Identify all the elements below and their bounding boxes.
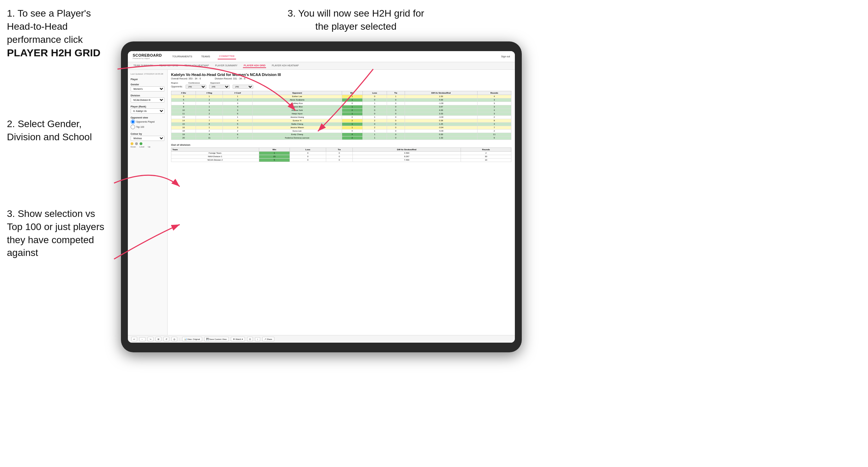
opponents-opp-select[interactable]: (All) <box>233 85 253 89</box>
toolbar-back[interactable]: ← <box>139 337 145 341</box>
tablet-device: SCOREBOARD Powered by clippd TOURNAMENTS… <box>121 41 522 352</box>
col-win2: Win <box>259 147 290 151</box>
table-row: 20 11 7 Federica Domecq Lacroze 2 1 0 1.… <box>171 136 511 140</box>
colour-by-select[interactable]: Win/loss <box>131 136 164 141</box>
logo: SCOREBOARD Powered by clippd <box>133 53 162 60</box>
dot-level <box>135 142 138 145</box>
table-row: Foreign Team 1 0 0 4.500 2 <box>171 151 511 155</box>
dot-up <box>140 142 142 145</box>
nav-bar: SCOREBOARD Powered by clippd TOURNAMENTS… <box>128 51 515 62</box>
conference-filter: Conference <box>188 82 200 84</box>
sub-nav-team-h2h-heatmap[interactable]: TEAM H2H HEATMAP <box>184 64 210 68</box>
col-diff: Diff Av Strokes/Rnd <box>405 91 477 95</box>
toolbar-download[interactable]: ⊡ <box>247 337 253 341</box>
table-row: 3 1 1 Esther Lee 1 0 1 1.50 4 <box>171 95 511 98</box>
right-panel: Katelyn Vo Head-to-Head Grid for Women's… <box>168 70 515 335</box>
sub-nav-team-h2h-grid[interactable]: TEAM H2H GRID <box>159 64 179 68</box>
nav-tournaments[interactable]: TOURNAMENTS <box>171 54 194 59</box>
nav-teams[interactable]: TEAMS <box>200 54 211 59</box>
opponent-filter: Opponent <box>210 82 220 84</box>
main-content: Last Updated: 27/03/2024 16:55:38 Player… <box>128 70 515 335</box>
col-conf: # Conf <box>223 91 253 95</box>
table-row: 14 7 4 Eunice Yi 2 2 0 0.38 9 <box>171 119 511 122</box>
toolbar-grid[interactable]: ⊞ <box>155 337 161 341</box>
grid-records: Overall Record: 353 - 34 - 6 Division Re… <box>171 77 511 80</box>
col-div: # Div <box>171 91 196 95</box>
toolbar-redo[interactable]: ↪ <box>148 337 153 341</box>
radio-top100[interactable]: Top 100 <box>131 125 164 129</box>
player-rank-section: Player (Rank) 8. Katelyn Vo <box>131 105 164 114</box>
col-win: Win <box>342 91 362 95</box>
filter-row: Region Conference Opponent Opponents: ( <box>171 82 511 89</box>
opponents-region-select[interactable]: (All) <box>186 85 206 89</box>
table-row: 15 8 5 Stella Cheng 1 0 0 1.25 4 <box>171 122 511 126</box>
nav-committee[interactable]: COMMITTEE <box>218 54 236 59</box>
tablet-screen: SCOREBOARD Powered by clippd TOURNAMENTS… <box>128 51 515 343</box>
player-section: Player <box>131 78 164 80</box>
col-reg: # Reg <box>196 91 223 95</box>
colour-by-label: Colour by <box>131 133 164 135</box>
h2h-table: # Div # Reg # Conf Opponent Win Loss Tie… <box>171 91 511 140</box>
col-loss2: Loss <box>290 147 326 151</box>
col-tie: Tie <box>387 91 405 95</box>
sub-nav-player-h2h-grid[interactable]: PLAYER H2H GRID <box>243 64 266 68</box>
sub-nav-team-summary[interactable]: TEAM SUMMARY <box>133 64 154 68</box>
instruction-step3-top: 3. You will now see H2H grid for the pla… <box>283 7 428 33</box>
table-row: 19 4 6 Emily Chang 4 1 0 0.30 11 <box>171 133 511 136</box>
instruction-step1: 1. To see a Player's Head-to-Head perfor… <box>7 7 117 60</box>
gender-section: Gender Women's <box>131 83 164 92</box>
colour-labels: Down Level Up <box>131 146 164 148</box>
left-panel: Last Updated: 27/03/2024 16:55:38 Player… <box>128 70 168 335</box>
toolbar-save-view[interactable]: 💾 Save Custom View <box>204 337 229 341</box>
toolbar-share[interactable]: ↗ Share <box>262 337 274 341</box>
table-row: 16 1 3 Jessica Mason 1 2 0 -0.94 7 <box>171 126 511 129</box>
toolbar-refresh[interactable]: ↺ <box>163 337 169 341</box>
out-of-division-table: Team Win Loss Tie Diff Av Strokes/Rnd Ro… <box>171 147 511 162</box>
table-row: NAIA Division 1 15 0 0 9.267 30 <box>171 155 511 158</box>
sub-nav-player-h2h-heatmap[interactable]: PLAYER H2H HEATMAP <box>271 64 299 68</box>
sub-nav-player-summary[interactable]: PLAYER SUMMARY <box>215 64 238 68</box>
gender-select[interactable]: Women's <box>131 86 164 92</box>
sub-nav: TEAM SUMMARY TEAM H2H GRID TEAM H2H HEAT… <box>128 62 515 70</box>
radio-opponents-played[interactable]: Opponents Played <box>131 120 164 124</box>
toolbar-watch[interactable]: 👁 Watch ▾ <box>231 337 245 341</box>
col-tie2: Tie <box>326 147 352 151</box>
opponent-view-section: Opponent view Opponents Played Top 100 <box>131 116 164 129</box>
player-label: Player <box>131 78 164 80</box>
colour-dots <box>131 142 164 145</box>
table-row: 6 3 3 Sydney Kuo 0 1 0 -1.00 3 <box>171 102 511 105</box>
instruction-step2: 2. Select Gender, Division and School <box>7 117 107 144</box>
table-row: 18 2 2 Euna Lee 0 1 0 -5.00 2 <box>171 129 511 133</box>
opponents-conf-select[interactable]: (All) <box>209 85 230 89</box>
table-row: 5 2 2 Alexis Sudjianto 1 0 0 4.00 3 <box>171 98 511 102</box>
sign-out-link[interactable]: Sign out <box>501 55 510 58</box>
player-rank-select[interactable]: 8. Katelyn Vo <box>131 108 164 114</box>
col-diff2: Diff Av Strokes/Rnd <box>353 147 461 151</box>
instruction-step3-bot: 3. Show selection vs Top 100 or just pla… <box>7 207 111 259</box>
toolbar-view-original[interactable]: 📊 View: Original <box>182 337 202 341</box>
table-row: NCAA Division 2 5 0 0 7.400 10 <box>171 158 511 162</box>
table-row: 11 2 5 Heejo Hyun 1 0 0 3.33 3 <box>171 112 511 115</box>
col-loss: Loss <box>362 91 387 95</box>
bottom-toolbar: ↩ ← ↪ ⊞ ↺ ◎ | 📊 View: Original 💾 Save Cu… <box>128 335 515 343</box>
update-info: Last Updated: 27/03/2024 16:55:38 <box>131 73 164 75</box>
player-rank-label: Player (Rank) <box>131 105 164 108</box>
gender-label: Gender <box>131 83 164 86</box>
division-select[interactable]: NCAA Division III <box>131 97 164 103</box>
grid-title: Katelyn Vo Head-to-Head Grid for Women's… <box>171 73 511 77</box>
dot-down <box>131 142 133 145</box>
col-rounds2: Rounds <box>461 147 511 151</box>
toolbar-target[interactable]: ◎ <box>171 337 177 341</box>
table-row: 10 6 3 Andrea York 2 0 0 4.00 4 <box>171 108 511 112</box>
division-section: Division NCAA Division III <box>131 94 164 103</box>
col-rounds: Rounds <box>477 91 511 95</box>
opponent-view-label: Opponent view <box>131 116 164 119</box>
region-filter: Region <box>171 82 178 84</box>
table-row: 13 1 1 Jessica Huang 0 1 0 -3.00 2 <box>171 115 511 119</box>
colour-section: Colour by Win/loss Down Level Up <box>131 133 164 148</box>
col-opponent: Opponent <box>253 91 342 95</box>
table-row: 9 1 4 Sharon Mun 1 0 0 3.67 3 <box>171 105 511 108</box>
out-of-division-title: Out of division <box>171 143 511 146</box>
toolbar-undo[interactable]: ↩ <box>131 337 137 341</box>
toolbar-expand[interactable]: ↕ <box>255 337 260 341</box>
